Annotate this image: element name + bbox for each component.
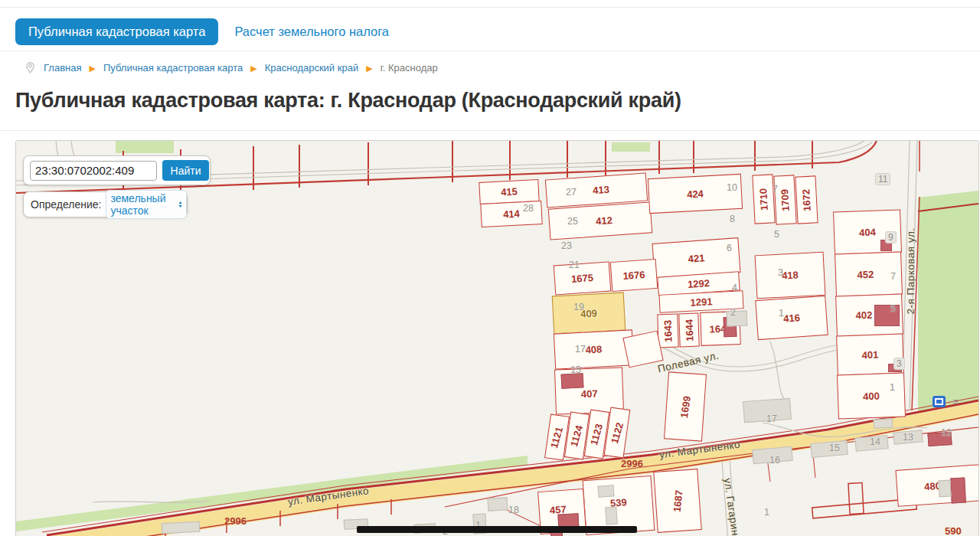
parcel-number-label: 416	[783, 312, 801, 324]
address-number-label: 9	[885, 231, 897, 243]
address-number-label: 7	[773, 184, 778, 194]
address-number-label: 7	[890, 271, 896, 282]
address-number-label: 1	[890, 382, 895, 393]
parcel-1709[interactable]: 1709	[773, 175, 796, 224]
parcel-number-label: 1676	[622, 269, 645, 282]
address-number-label: 4	[732, 283, 737, 293]
parcel-number-label: 1675	[571, 272, 594, 285]
address-number-label: 14	[870, 436, 880, 447]
parcel-400[interactable]: 400	[837, 372, 906, 419]
breadcrumb-item[interactable]: Краснодарский край	[265, 62, 358, 74]
select-arrows-icon	[178, 200, 182, 209]
address-number-label: 23	[561, 240, 572, 251]
building-footprint-gray	[598, 485, 615, 497]
parcel-480[interactable]: 480	[895, 464, 979, 507]
parcel-number-label: 421	[688, 252, 705, 264]
parcel-409[interactable]: 409	[552, 293, 626, 335]
parcel-number-label: 1710	[757, 188, 769, 211]
parcel-418[interactable]: 418	[755, 252, 826, 299]
breadcrumb-item: г. Краснодар	[381, 62, 438, 74]
breadcrumb-item[interactable]: Главная	[44, 62, 81, 74]
parcel-number-label: 1672	[800, 188, 812, 211]
cadastral-number-label: 2996	[224, 515, 247, 527]
breadcrumb-separator-icon: ▶	[89, 64, 95, 73]
definition-select[interactable]: земельный участок	[106, 190, 187, 219]
location-pin-icon	[26, 62, 34, 74]
address-number-label: 8	[730, 214, 735, 224]
breadcrumb: Главная▶Публичная кадастровая карта▶Крас…	[26, 62, 438, 74]
building-footprint-gray	[938, 480, 951, 498]
parcel-1710[interactable]: 1710	[752, 174, 775, 224]
breadcrumb-separator-icon: ▶	[250, 64, 256, 73]
layers-marks-icon: ≡	[952, 396, 959, 407]
parcel-1676[interactable]: 1676	[610, 259, 658, 292]
building-footprint-gray	[874, 418, 893, 429]
parcel-1643[interactable]: 1643	[657, 314, 679, 348]
parcel-number-label: 402	[855, 309, 872, 322]
cadastral-number-input[interactable]	[30, 161, 157, 181]
address-number-label: 17	[575, 344, 586, 355]
address-number-label: 5	[774, 229, 779, 240]
address-number-label: 1	[779, 308, 784, 319]
address-number-label: 16	[769, 455, 780, 466]
parcel-number-label: 1643	[662, 319, 675, 342]
building-footprint-gray	[605, 507, 618, 525]
parcel-408[interactable]: 408	[554, 329, 634, 369]
parcel-number-label: 418	[782, 269, 799, 281]
address-number-label: 1	[764, 507, 769, 518]
parcel-number-label: 400	[863, 390, 880, 402]
address-number-label: 15	[570, 364, 581, 375]
breadcrumb-separator-icon: ▶	[366, 64, 372, 73]
parcel-number-label: 408	[585, 343, 602, 355]
address-number-label: 10	[727, 182, 737, 193]
address-number-label: 17	[766, 413, 777, 424]
address-number-label: 11	[875, 173, 890, 185]
parcel-1644[interactable]: 1644	[678, 313, 700, 348]
cadastral-map[interactable]: 4154144134124241710170916724211292129116…	[15, 140, 979, 536]
parcel-number-label: 413	[593, 184, 610, 196]
definition-panel: Определение: земельный участок	[23, 191, 188, 217]
page-title: Публичная кадастровая карта: г. Краснода…	[15, 89, 681, 113]
address-number-label: 3	[778, 267, 783, 278]
cadastral-number-label: 590	[945, 525, 962, 536]
address-number-label: 12	[941, 427, 952, 438]
address-number-label: 27	[566, 187, 577, 198]
building-footprint-red	[950, 478, 966, 504]
parcel-1699[interactable]: 1699	[664, 371, 707, 441]
parcel-number-label: 1291	[690, 296, 713, 308]
parcel-number-label: 404	[859, 226, 876, 238]
parcel-1675[interactable]: 1675	[554, 262, 612, 296]
street-name-label: 2-я Парковая ул.	[905, 227, 916, 314]
top-tabs: Публичная кадастровая карта Расчет земел…	[15, 18, 394, 45]
tabs-divider	[0, 51, 980, 51]
map-search-panel: Найти	[23, 155, 211, 185]
parcel-number-label: 1124	[568, 423, 585, 447]
parcel-1672[interactable]: 1672	[795, 175, 818, 224]
address-number-label: 15	[829, 443, 840, 453]
parcel-1687[interactable]: 1687	[653, 469, 701, 533]
map-scale-bar	[357, 526, 637, 533]
parcel-424[interactable]: 424	[648, 174, 743, 214]
parcel-number-label: 1644	[683, 319, 695, 341]
address-number-label: 5	[890, 303, 896, 314]
address-number-label: 21	[569, 260, 580, 270]
address-number-label: 18	[508, 505, 519, 515]
title-divider	[0, 130, 980, 131]
building-footprint-gray	[162, 521, 201, 534]
top-divider	[0, 7, 980, 8]
building-footprint-red	[561, 373, 584, 388]
parcel-416[interactable]: 416	[755, 296, 828, 340]
building-footprint-gray	[488, 497, 508, 511]
parcel-number-label: 1123	[588, 422, 605, 446]
tab-public-cadastral-map[interactable]: Публичная кадастровая карта	[15, 18, 218, 45]
parcel-number-label: 1709	[779, 188, 791, 211]
parcel-number-label: 415	[501, 185, 518, 198]
bus-stop-icon[interactable]	[933, 396, 946, 407]
definition-value: земельный участок	[110, 192, 173, 217]
address-number-label: 28	[523, 203, 534, 214]
address-number-label: 19	[573, 302, 584, 312]
tab-land-tax-calc[interactable]: Расчет земельного налога	[230, 18, 394, 45]
find-button[interactable]: Найти	[162, 160, 209, 181]
breadcrumb-item[interactable]: Публичная кадастровая карта	[103, 62, 243, 74]
cadastral-number-label: 2996	[621, 458, 643, 469]
